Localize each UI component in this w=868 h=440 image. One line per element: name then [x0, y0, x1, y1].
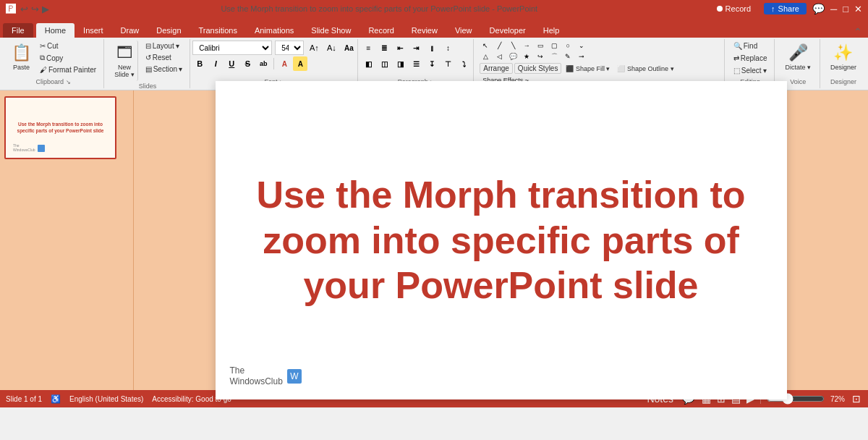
shape-line[interactable]: ╱ [493, 41, 505, 51]
new-slide-button[interactable]: 🗔 NewSlide ▾ [110, 41, 138, 81]
maximize-button[interactable]: □ [843, 4, 848, 14]
tab-slideshow[interactable]: Slide Show [302, 23, 359, 38]
editing-group-content: 🔍 Find ⇄ Replace ⬚ Select ▾ [731, 41, 770, 77]
shadow-button[interactable]: ab [256, 56, 271, 71]
reset-label: Reset [153, 54, 171, 62]
replace-button[interactable]: ⇄ Replace [731, 53, 770, 64]
decrease-indent-button[interactable]: ⇤ [393, 41, 407, 55]
shape-callout[interactable]: 💬 [507, 51, 519, 62]
clear-format-button[interactable]: Aa [341, 41, 356, 55]
smartart-button[interactable]: ⤵ [456, 56, 471, 71]
undo-button[interactable]: ↩ [20, 4, 28, 14]
share-button[interactable]: ↑ Share [764, 3, 807, 14]
reset-button[interactable]: ↺ Reset [142, 52, 185, 63]
watermark-text: The WindowsClub [230, 365, 283, 388]
slide-thumbnail[interactable]: Use the Morph transition to zoom into sp… [4, 96, 116, 159]
align-text-button[interactable]: ⊤ [441, 56, 455, 71]
copy-icon: ⧉ [40, 54, 45, 62]
close-button[interactable]: ✕ [854, 4, 862, 14]
designer-label: Designer [830, 77, 856, 87]
fit-slide-button[interactable]: ⊡ [851, 393, 862, 405]
tab-insert[interactable]: Insert [75, 23, 112, 38]
slide-thumbnail-container: 1 Use the Morph transition to zoom into … [4, 96, 129, 159]
layout-button[interactable]: ⊟ Layout ▾ [142, 41, 185, 51]
italic-button[interactable]: I [208, 56, 223, 71]
shape-arrow[interactable]: → [521, 41, 532, 51]
font-color-button[interactable]: A [277, 56, 292, 71]
shape-line2[interactable]: ╲ [507, 41, 519, 51]
line-spacing-button[interactable]: ↕ [441, 41, 455, 55]
record-button[interactable]: Record [710, 3, 758, 14]
shape-freeform[interactable]: ✎ [562, 51, 574, 62]
dictate-icon: 🎤 [788, 43, 808, 62]
redo-button[interactable]: ↪ [31, 4, 39, 14]
tab-view[interactable]: View [446, 23, 481, 38]
watermark-line2: WindowsClub [230, 376, 283, 388]
strikethrough-button[interactable]: S [240, 56, 255, 71]
bold-button[interactable]: B [192, 56, 207, 71]
shape-rect[interactable]: ▭ [535, 41, 546, 51]
underline-button[interactable]: U [224, 56, 239, 71]
font-size-select[interactable]: 54 [275, 41, 304, 55]
justify-button[interactable]: ☰ [409, 56, 423, 71]
ribbon-collapse-button[interactable]: ⌃ [851, 26, 865, 38]
increase-font-button[interactable]: A↑ [307, 41, 321, 55]
arrange-button[interactable]: Arrange [480, 63, 513, 74]
align-left-button[interactable]: ◧ [361, 56, 375, 71]
quick-styles-button[interactable]: Quick Styles [514, 63, 562, 74]
numbering-button[interactable]: ≣ [377, 41, 391, 55]
shape-rtri[interactable]: ◁ [493, 51, 505, 62]
align-right-button[interactable]: ◨ [393, 56, 407, 71]
shape-curve[interactable]: ⌒ [548, 51, 560, 62]
section-icon: ▤ [145, 65, 152, 73]
chat-icon: 💬 [812, 3, 825, 14]
shape-line3[interactable]: ⊸ [576, 51, 587, 62]
cut-button[interactable]: ✂ Cut [37, 41, 99, 51]
find-button[interactable]: 🔍 Find [731, 41, 760, 51]
columns-button[interactable]: ⫿ [425, 41, 439, 55]
tab-record[interactable]: Record [359, 23, 402, 38]
tab-animations[interactable]: Animations [246, 23, 302, 38]
designer-button[interactable]: ✨ Designer [826, 41, 861, 74]
tab-design[interactable]: Design [148, 23, 190, 38]
window-title: Use the Morph transition to zoom into sp… [49, 4, 710, 13]
tab-draw[interactable]: Draw [112, 23, 148, 38]
increase-indent-button[interactable]: ⇥ [409, 41, 423, 55]
shape-cursor[interactable]: ↖ [480, 41, 491, 51]
select-button[interactable]: ⬚ Select ▾ [731, 65, 770, 76]
slide-thumb-text: Use the Morph transition to zoom into sp… [12, 122, 109, 134]
text-direction-button[interactable]: ↧ [425, 56, 439, 71]
shape-more[interactable]: ⌄ [576, 41, 587, 51]
share-icon: ↑ [771, 4, 775, 13]
tab-home[interactable]: Home [36, 23, 75, 38]
font-name-select[interactable]: Calibri [192, 41, 272, 55]
shape-oval[interactable]: ○ [562, 41, 574, 51]
decrease-font-button[interactable]: A↓ [324, 41, 339, 55]
section-button[interactable]: ▤ Section ▾ [142, 64, 185, 75]
tab-transitions[interactable]: Transitions [190, 23, 246, 38]
format-painter-button[interactable]: 🖌 Format Painter [37, 64, 99, 75]
bullets-button[interactable]: ≡ [361, 41, 375, 55]
tab-developer[interactable]: Developer [481, 23, 535, 38]
tab-file[interactable]: File [3, 23, 33, 38]
shape-fill-button[interactable]: ⬛ Shape Fill ▾ [563, 64, 613, 74]
shape-star[interactable]: ★ [521, 51, 532, 62]
paste-button[interactable]: 📋 Paste [7, 41, 35, 74]
tab-help[interactable]: Help [535, 23, 569, 38]
drawing-group-content: ↖ ╱ ╲ → ▭ ▢ ○ ⌄ △ ◁ 💬 ★ ↪ ⌒ ✎ ⊸ [480, 41, 719, 85]
minimize-button[interactable]: ─ [830, 4, 837, 14]
copy-button[interactable]: ⧉ Copy [37, 52, 99, 64]
align-center-button[interactable]: ◫ [377, 56, 391, 71]
shape-outline-button[interactable]: ⬜ Shape Outline ▾ [614, 64, 676, 74]
shape-tri[interactable]: △ [480, 51, 491, 62]
shape-bend[interactable]: ↪ [535, 51, 546, 62]
dictate-button[interactable]: 🎤 Dictate ▾ [780, 41, 815, 74]
present-button[interactable]: ▶ [42, 4, 49, 14]
watermark-icon: W [287, 369, 302, 384]
slide-canvas[interactable]: Use the Morph transition to zoom into sp… [216, 81, 787, 399]
tab-review[interactable]: Review [403, 23, 446, 38]
thumb-wm-line2: WindowsClub [13, 148, 35, 152]
shape-rounded-rect[interactable]: ▢ [548, 41, 560, 51]
highlight-button[interactable]: A [293, 56, 307, 71]
find-icon: 🔍 [733, 42, 742, 50]
